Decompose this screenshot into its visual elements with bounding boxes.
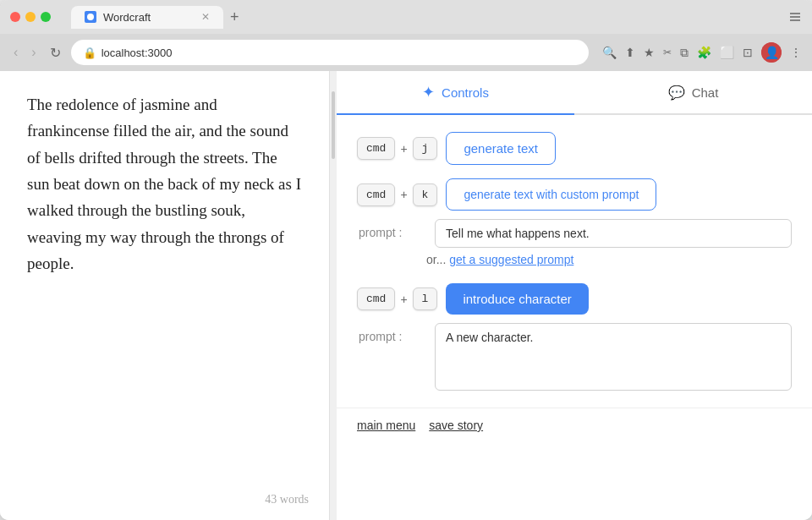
- prompt-row-3: prompt :: [357, 323, 792, 391]
- browser-tab[interactable]: Wordcraft ✕: [71, 6, 223, 29]
- controls-panel: ✦ Controls 💬 Chat cmd + j generat: [337, 71, 812, 520]
- cmd-section-2: cmd + k generate text with custom prompt…: [357, 178, 792, 266]
- editor-text[interactable]: The redolence of jasmine and frankincens…: [27, 91, 302, 500]
- avatar[interactable]: 👤: [761, 42, 782, 63]
- new-tab-button[interactable]: +: [230, 8, 239, 26]
- tab-close-button[interactable]: ✕: [201, 11, 210, 23]
- chat-tab-label: Chat: [692, 85, 719, 100]
- address-bar: ‹ › ↻ 🔒 localhost:3000 🔍 ⬆ ★ ✂ ⧉ 🧩 ⬜ ⊡ 👤…: [0, 34, 812, 71]
- plus-2: +: [400, 188, 407, 201]
- kbd-cmd-1: cmd: [357, 137, 395, 160]
- scrollbar-thumb[interactable]: [332, 91, 335, 159]
- scrollbar[interactable]: [330, 71, 337, 520]
- prompt-row-2: prompt :: [357, 219, 792, 248]
- sidebar-icon[interactable]: ⬜: [720, 46, 734, 59]
- chat-icon: 💬: [668, 85, 685, 101]
- refresh-button[interactable]: ↻: [47, 41, 64, 64]
- kbd-j: j: [413, 137, 438, 160]
- or-row: or... get a suggested prompt: [357, 253, 792, 266]
- kbd-group-1: cmd + j: [357, 137, 437, 160]
- suggested-prompt-link[interactable]: get a suggested prompt: [449, 253, 573, 266]
- forward-button[interactable]: ›: [28, 41, 39, 63]
- prompt-label-3: prompt :: [359, 323, 426, 343]
- main-menu-link[interactable]: main menu: [357, 419, 415, 432]
- toolbar-icons: 🔍 ⬆ ★ ✂ ⧉ 🧩 ⬜ ⊡ 👤 ⋮: [602, 42, 802, 63]
- cut-icon[interactable]: ✂: [663, 47, 672, 58]
- prompt-input-2[interactable]: [435, 219, 792, 248]
- close-button[interactable]: [10, 12, 20, 22]
- plus-3: +: [400, 293, 407, 306]
- share-icon[interactable]: ⬆: [625, 46, 635, 59]
- maximize-button[interactable]: [41, 12, 51, 22]
- tab-controls[interactable]: ✦ Controls: [337, 71, 574, 115]
- cmd-row-1: cmd + j generate text: [357, 132, 792, 165]
- cmd-row-2: cmd + k generate text with custom prompt: [357, 178, 792, 211]
- controls-content: cmd + j generate text cmd + k genera: [337, 115, 812, 408]
- kbd-group-2: cmd + k: [357, 183, 437, 206]
- save-story-link[interactable]: save story: [429, 419, 483, 432]
- menu-icon[interactable]: ⋮: [790, 46, 802, 59]
- back-button[interactable]: ‹: [10, 41, 21, 63]
- address-text: localhost:3000: [102, 47, 173, 59]
- kbd-group-3: cmd + l: [357, 287, 437, 310]
- bookmark-icon[interactable]: ★: [644, 46, 655, 59]
- tab-bar: Wordcraft ✕ +: [71, 6, 782, 29]
- prompt-label-2: prompt :: [359, 219, 426, 239]
- bottom-bar: main menu save story: [337, 408, 812, 442]
- character-prompt-input[interactable]: [435, 323, 792, 391]
- word-count: 43 words: [265, 493, 309, 506]
- tab-chat[interactable]: 💬 Chat: [574, 71, 812, 113]
- traffic-lights: [10, 12, 51, 22]
- kbd-cmd-3: cmd: [357, 287, 395, 310]
- svg-point-0: [87, 14, 94, 20]
- sparkle-icon: ✦: [422, 83, 435, 101]
- cmd-row-3: cmd + l introduce character: [357, 283, 792, 315]
- kbd-k: k: [413, 183, 438, 206]
- extensions-icon[interactable]: 🧩: [697, 46, 711, 59]
- generate-custom-prompt-button[interactable]: generate text with custom prompt: [446, 178, 656, 211]
- main-content: The redolence of jasmine and frankincens…: [0, 71, 812, 520]
- cast-icon[interactable]: ⊡: [743, 46, 753, 59]
- plus-1: +: [400, 142, 407, 156]
- zoom-icon[interactable]: 🔍: [602, 46, 617, 59]
- cmd-section-3: cmd + l introduce character prompt :: [357, 283, 792, 391]
- generate-text-button[interactable]: generate text: [446, 132, 556, 165]
- tab-favicon: [85, 11, 96, 23]
- kbd-cmd-2: cmd: [357, 183, 395, 206]
- introduce-character-button[interactable]: introduce character: [446, 283, 588, 315]
- panel-tabs: ✦ Controls 💬 Chat: [337, 71, 812, 115]
- tab-title: Wordcraft: [103, 11, 151, 24]
- minimize-button[interactable]: [25, 12, 36, 22]
- controls-tab-label: Controls: [442, 85, 489, 100]
- address-bar-input[interactable]: 🔒 localhost:3000: [71, 40, 589, 65]
- svg-text:👤: 👤: [765, 46, 780, 60]
- or-text: or...: [426, 253, 446, 266]
- browser-window: Wordcraft ✕ + ‹ › ↻ 🔒 localhost:3000 🔍 ⬆…: [0, 0, 812, 520]
- title-bar: Wordcraft ✕ +: [0, 0, 812, 34]
- window-menu-icon[interactable]: [788, 10, 802, 24]
- copy-icon[interactable]: ⧉: [680, 46, 689, 60]
- kbd-l: l: [413, 287, 438, 310]
- editor-panel: The redolence of jasmine and frankincens…: [0, 71, 330, 520]
